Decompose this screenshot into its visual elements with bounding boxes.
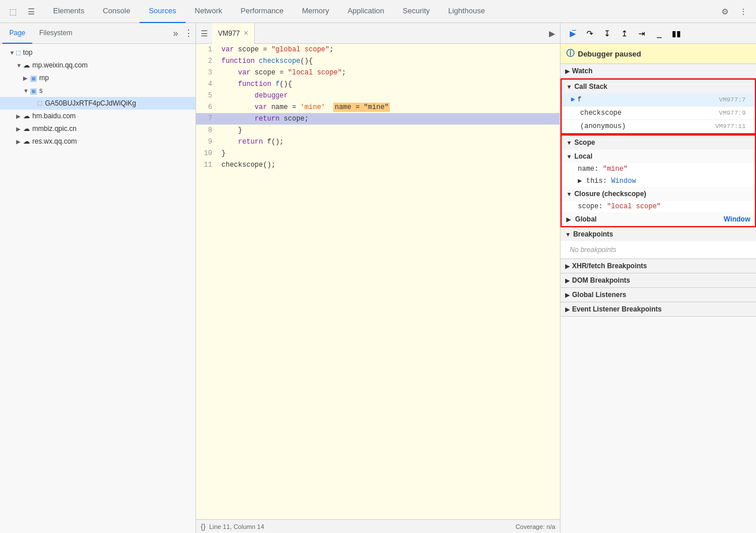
callstack-header[interactable]: ▼ Call Stack	[562, 80, 755, 93]
source-tab-close[interactable]: ✕	[243, 29, 249, 37]
tab-elements[interactable]: Elements	[44, 0, 93, 23]
breakpoints-arrow: ▼	[565, 231, 571, 238]
scope-header[interactable]: ▼ Scope	[562, 136, 755, 149]
line-num-7: 7	[196, 113, 217, 125]
main-layout: Page Filesystem » ⋮ ▼ □ top ▼ ☁ mp.weixi…	[0, 23, 756, 533]
tree-label-file: GA50BUJxRTF4pCJdWiQiKg	[45, 99, 136, 107]
source-run-btn[interactable]: ▶	[544, 25, 560, 42]
folder-icon-s: ▣	[30, 87, 37, 95]
watch-header[interactable]: ▶ Watch	[561, 64, 756, 78]
source-tab-vm977[interactable]: VM977 ✕	[212, 23, 255, 44]
callstack-label: Call Stack	[574, 82, 607, 91]
tab-network[interactable]: Network	[186, 0, 232, 23]
scope-global-arrow: ▶	[566, 216, 571, 223]
breakpoints-header[interactable]: ▼ Breakpoints	[561, 227, 756, 241]
more-btn[interactable]: ⋮	[735, 3, 751, 20]
pause-on-exceptions-btn[interactable]: ▮▮	[669, 26, 684, 41]
dom-header[interactable]: ▶ DOM Breakpoints	[561, 273, 756, 287]
inspect-element-btn[interactable]: ⬚	[5, 3, 21, 20]
callstack-item-anonymous[interactable]: (anonymous) VM977:11	[562, 120, 755, 133]
scope-local-this: ▶ this: Window	[562, 175, 755, 187]
event-breakpoints-header[interactable]: ▶ Event Listener Breakpoints	[561, 302, 756, 316]
tab-lighthouse[interactable]: Lighthouse	[439, 0, 494, 23]
nav-tabs: Elements Console Sources Network Perform…	[44, 0, 717, 23]
tree-arrow-mmbiz: ▶	[16, 126, 23, 132]
source-tab-label: VM977	[218, 29, 240, 37]
code-line-4: 4 function f(){	[196, 78, 560, 90]
line-content-2: function checkscope(){	[217, 55, 560, 67]
tree-arrow-res-wx: ▶	[16, 138, 23, 145]
tab-security[interactable]: Security	[393, 0, 439, 23]
tree-item-file[interactable]: ▶ ☐ GA50BUJxRTF4pCJdWiQiKg	[0, 97, 195, 110]
code-line-10: 10 }	[196, 148, 560, 159]
global-listeners-header[interactable]: ▶ Global Listeners	[561, 288, 756, 302]
scope-name-key: name	[578, 165, 595, 173]
line-num-3: 3	[196, 67, 217, 78]
code-editor[interactable]: 1 var scope = "global scope"; 2 function…	[196, 44, 560, 519]
sidebar-tab-filesystem[interactable]: Filesystem	[32, 23, 79, 44]
tree-label-top: top	[23, 48, 33, 57]
callstack-file-checkscope: VM977:9	[719, 110, 746, 117]
left-sidebar: Page Filesystem » ⋮ ▼ □ top ▼ ☁ mp.weixi…	[0, 23, 196, 533]
line-num-2: 2	[196, 55, 217, 67]
breakpoints-content: No breakpoints	[561, 241, 756, 258]
tree-label-res-wx: res.wx.qq.com	[32, 137, 77, 145]
scope-global-header[interactable]: ▶ Global Window	[562, 212, 755, 226]
deactivate-breakpoints-btn[interactable]: ⎯	[652, 26, 667, 41]
tree-arrow-mp-weixin: ▼	[16, 62, 23, 69]
scope-closure-val: "local scope"	[607, 202, 661, 211]
step-out-btn[interactable]: ↥	[617, 26, 632, 41]
watch-label: Watch	[572, 67, 593, 75]
line-num-11: 11	[196, 159, 217, 171]
tree-item-mp-weixin[interactable]: ▼ ☁ mp.weixin.qq.com	[0, 59, 195, 72]
step-over-btn[interactable]: ↷	[582, 26, 597, 41]
tree-item-s[interactable]: ▼ ▣ s	[0, 84, 195, 97]
tab-application[interactable]: Application	[338, 0, 394, 23]
code-line-8: 8 }	[196, 125, 560, 136]
step-btn[interactable]: ⇥	[634, 26, 649, 41]
toolbar-right: ⚙ ⋮	[717, 3, 751, 20]
line-num-9: 9	[196, 136, 217, 148]
sidebar-tab-page[interactable]: Page	[2, 23, 32, 44]
device-toolbar-btn[interactable]: ☰	[23, 3, 39, 20]
source-sidebar-toggle[interactable]: ☰	[196, 25, 212, 42]
dom-arrow: ▶	[565, 277, 570, 284]
tab-sources[interactable]: Sources	[140, 0, 186, 23]
line-content-3: var scope = "local scope";	[217, 67, 560, 78]
sidebar-options-btn[interactable]: ⋮	[184, 28, 193, 39]
sidebar-more-btn[interactable]: »	[170, 28, 182, 39]
resume-btn[interactable]: ▶̅	[565, 26, 580, 41]
tree-item-hm-baidu[interactable]: ▶ ☁ hm.baidu.com	[0, 110, 195, 122]
tree-item-res-wx[interactable]: ▶ ☁ res.wx.qq.com	[0, 135, 195, 148]
line-content-10: }	[217, 148, 560, 159]
callstack-item-checkscope[interactable]: checkscope VM977:9	[562, 107, 755, 120]
toolbar-icons: ⬚ ☰	[5, 3, 39, 20]
scope-section: ▼ Scope ▼ Local name: "mine" ▶ this: Win…	[561, 134, 756, 227]
tree-label-mp-weixin: mp.weixin.qq.com	[32, 61, 88, 69]
tab-console[interactable]: Console	[93, 0, 140, 23]
tree-item-mp[interactable]: ▶ ▣ mp	[0, 72, 195, 84]
xhr-header[interactable]: ▶ XHR/fetch Breakpoints	[561, 259, 756, 273]
line-content-5: debugger	[217, 90, 560, 102]
callstack-item-f[interactable]: ► f VM977:7	[562, 93, 755, 107]
tab-memory[interactable]: Memory	[293, 0, 338, 23]
callstack-file-f: VM977:7	[719, 96, 746, 103]
status-bar: {} Line 11, Column 14 Coverage: n/a	[196, 519, 560, 533]
tree-item-mmbiz[interactable]: ▶ ☁ mmbiz.qpic.cn	[0, 122, 195, 135]
settings-btn[interactable]: ⚙	[717, 3, 733, 20]
scope-closure-header[interactable]: ▼ Closure (checkscope)	[562, 187, 755, 201]
breakpoints-label: Breakpoints	[573, 230, 613, 238]
code-table: 1 var scope = "global scope"; 2 function…	[196, 44, 560, 171]
debugger-toolbar: ▶̅ ↷ ↧ ↥ ⇥ ⎯ ▮▮	[561, 23, 756, 44]
step-into-btn[interactable]: ↧	[600, 26, 615, 41]
scope-local-label: Local	[574, 152, 592, 160]
scope-local-header[interactable]: ▼ Local	[562, 149, 755, 163]
code-line-9: 9 return f();	[196, 136, 560, 148]
scope-label: Scope	[574, 138, 595, 147]
tree-item-top[interactable]: ▼ □ top	[0, 46, 195, 59]
line-content-11: checkscope();	[217, 159, 560, 171]
code-line-2: 2 function checkscope(){	[196, 55, 560, 67]
domain-icon-res-wx: ☁	[23, 137, 30, 145]
tab-performance[interactable]: Performance	[231, 0, 292, 23]
global-listeners-label: Global Listeners	[572, 291, 626, 299]
